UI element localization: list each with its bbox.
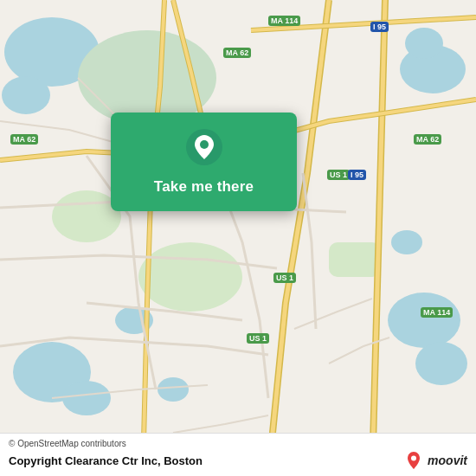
map-container: MA 114 MA 62 I 95 MA 62 MA 1 US 1 I 95 M… [0,0,476,476]
bottom-bar: © OpenStreetMap contributors Copyright C… [0,433,476,476]
moovit-pin-icon [403,450,424,471]
svg-point-13 [138,242,242,312]
location-name: Copyright Clearance Ctr Inc, Boston [9,454,203,467]
map-svg [0,0,476,476]
svg-point-8 [415,342,467,385]
osm-attribution: © OpenStreetMap contributors [9,439,467,448]
svg-rect-15 [329,242,381,277]
svg-point-12 [78,30,216,125]
shield-us1-lower: US 1 [273,273,296,283]
popup-card: Take me there [111,113,297,211]
shield-ma62-left: MA 62 [10,134,38,145]
svg-point-2 [2,76,50,114]
take-me-there-button[interactable]: Take me there [154,175,254,199]
location-pin-icon [185,128,223,166]
moovit-logo: moovit [403,450,467,471]
shield-us1-bottom: US 1 [247,333,269,344]
shield-us1-mid: US 1 [327,170,350,180]
svg-point-11 [158,377,189,402]
shield-ma62-top: MA 62 [223,48,251,58]
svg-point-4 [405,28,443,59]
svg-point-7 [388,293,460,348]
svg-point-9 [391,230,422,254]
shield-i95-mid: I 95 [348,170,366,180]
shield-i95-top: I 95 [370,22,389,32]
shield-ma114-right: MA 114 [421,307,453,318]
location-row: Copyright Clearance Ctr Inc, Boston moov… [9,450,467,471]
svg-point-21 [200,140,209,149]
svg-point-22 [411,456,416,461]
moovit-brand-text: moovit [428,453,467,467]
svg-point-6 [62,381,111,415]
shield-ma62-right: MA 62 [414,134,441,145]
shield-ma114-top: MA 114 [268,16,300,26]
